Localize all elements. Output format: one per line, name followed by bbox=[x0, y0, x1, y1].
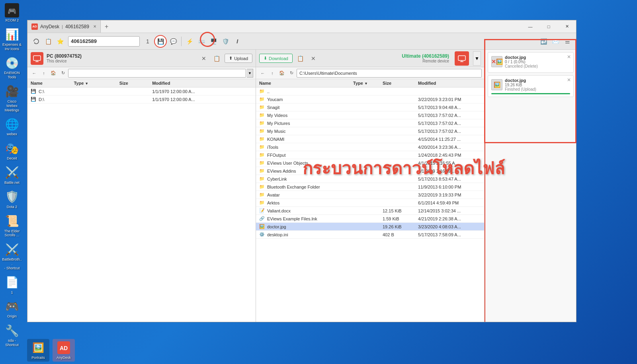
remote-nav-address[interactable]: C:\Users\Ultimate\Documents bbox=[297, 69, 482, 78]
toolbar-i-icon[interactable]: I bbox=[232, 36, 243, 47]
local-nav-up[interactable]: ↑ bbox=[39, 69, 48, 78]
remote-nav-home[interactable]: 🏠 bbox=[277, 69, 286, 78]
toolbar-monitor-icon[interactable]: 🖥️ bbox=[208, 36, 219, 47]
toolbar-lightning-icon[interactable]: ⚡ bbox=[184, 36, 195, 47]
tab-title: AnyDesk bbox=[40, 24, 59, 29]
toolbar-copy-icon[interactable]: 📋 bbox=[43, 36, 54, 47]
toolbar-chat-icon[interactable]: 💬 bbox=[168, 36, 179, 47]
remote-col-size[interactable]: Size bbox=[379, 79, 415, 88]
remote-file-row[interactable]: 📁 My Music 5/17/2013 7:57:02 A... bbox=[256, 127, 484, 135]
remote-file-row[interactable]: 🖼️ doctor.jpg 19.26 KiB 3/23/2020 4:08:0… bbox=[256, 223, 484, 231]
toolbar-history-icon[interactable]: ↩️ bbox=[538, 36, 549, 47]
remote-col-type[interactable]: Type ▼ bbox=[350, 79, 379, 88]
toolbar-shield-icon[interactable]: 🛡️ bbox=[220, 36, 231, 47]
desktop-icon-battlebro[interactable]: ⚔️ BattleBroth...- Shortcut bbox=[1, 241, 23, 272]
desktop-icon-portraits[interactable]: 🖼️ Portraits bbox=[27, 339, 49, 362]
anydesk-window: AD AnyDesk | 406162589 ✕ + — □ ✕ 📋 ⭐ 406… bbox=[27, 20, 576, 322]
desktop-icon-daemon[interactable]: 💿 DAEMONTools bbox=[1, 54, 23, 81]
toolbar-refresh-icon[interactable] bbox=[31, 36, 42, 47]
local-nav-dropdown[interactable]: ▼ bbox=[247, 69, 253, 78]
local-file-table: Name Type ▼ Size Modified 💾 C:\ 1/1/1970… bbox=[27, 79, 256, 322]
remote-nav-refresh[interactable]: ↻ bbox=[287, 69, 296, 78]
toolbar-keyboard-icon[interactable]: ⌨️ bbox=[196, 36, 207, 47]
local-col-type[interactable]: Type ▼ bbox=[70, 79, 116, 88]
tab-id: 406162589 bbox=[65, 24, 89, 29]
desktop-icon-expenses[interactable]: 📊 Expenses &Inv Icons bbox=[1, 26, 23, 53]
remote-col-modified[interactable]: Modified bbox=[415, 79, 484, 88]
local-file-row[interactable]: 💾 D:\ 1/1/1970 12:00:00 A... bbox=[27, 95, 256, 103]
desktop-icon-deceit[interactable]: 🎭 Deceit bbox=[1, 140, 23, 162]
local-nav-back[interactable]: ← bbox=[30, 69, 39, 78]
sda-label: sda -Shortcut bbox=[5, 339, 19, 347]
window-tab[interactable]: AD AnyDesk | 406162589 ✕ bbox=[27, 20, 101, 33]
toolbar-save-icon[interactable]: 💾 bbox=[154, 35, 167, 48]
remote-file-row[interactable]: 📁 Arktos 6/1/2014 4:59:49 PM bbox=[256, 199, 484, 207]
desktop-icon-battlenet[interactable]: ⚔️ Battle.net bbox=[1, 164, 23, 187]
remote-file-row[interactable]: 📁 Bluetooth Exchange Folder 11/9/2013 6:… bbox=[256, 183, 484, 191]
remote-panel-copy-icon[interactable]: 📋 bbox=[295, 53, 306, 64]
local-file-row[interactable]: 💾 C:\ 1/1/1970 12:00:00 A... bbox=[27, 88, 256, 95]
desktop-icon-origin[interactable]: 🎮 Origin bbox=[1, 298, 23, 320]
local-col-size[interactable]: Size bbox=[116, 79, 149, 88]
remote-file-row[interactable]: 📁 .. bbox=[256, 88, 484, 95]
remote-file-row[interactable]: 📁 EViews User Objects 4/1/2015 2:16:55 A… bbox=[256, 159, 484, 167]
remote-file-row[interactable]: 📁 My Videos 5/17/2013 7:57:02 A... bbox=[256, 111, 484, 119]
transfer-close-icon[interactable]: ✕ bbox=[567, 54, 571, 60]
desktop-icon-elderscrolls[interactable]: 📜 The ElderScrolls ... bbox=[1, 212, 23, 239]
desktop-icon-webex2[interactable]: 🌐 webex bbox=[1, 115, 23, 138]
remote-file-row[interactable]: 📁 My Pictures 5/17/2013 7:57:02 A... bbox=[256, 119, 484, 127]
tab-add-button[interactable]: + bbox=[101, 23, 112, 30]
local-nav-home[interactable]: 🏠 bbox=[49, 69, 58, 78]
upload-button[interactable]: ⬆ Upload bbox=[225, 54, 252, 63]
toolbar-mail-icon[interactable]: ✉️ bbox=[550, 36, 561, 47]
remote-file-row[interactable]: ⚙️ desktop.ini 402 B 5/17/2013 7:58:09 A… bbox=[256, 231, 484, 239]
local-panel-copy-icon[interactable]: 📋 bbox=[211, 53, 222, 64]
portraits-icon: 🖼️ bbox=[31, 341, 45, 355]
download-button[interactable]: ⬇ Download bbox=[259, 54, 293, 63]
remote-file-row[interactable]: 📁 Avatar 3/22/2019 3:19:33 PM bbox=[256, 191, 484, 199]
restore-button[interactable]: □ bbox=[539, 20, 558, 33]
local-col-modified[interactable]: Modified bbox=[149, 79, 256, 88]
local-device-info: PC (800974752) This device bbox=[47, 53, 82, 63]
desktop-icon-sda[interactable]: 🔧 sda -Shortcut bbox=[1, 322, 23, 349]
desktop-icon-anydesk-taskbar[interactable]: AD AnyDesk bbox=[53, 339, 75, 362]
remote-file-row[interactable]: 📝 Valiant.docx 12.15 KiB 12/14/2015 3:02… bbox=[256, 207, 484, 215]
remote-file-row[interactable]: 📁 Snagit 5/17/2013 9:04:48 A... bbox=[256, 103, 484, 111]
desktop-icon-file1[interactable]: 📄 1 bbox=[1, 274, 23, 296]
remote-nav-up[interactable]: ↑ bbox=[268, 69, 277, 78]
transfer-status: Finished (Upload) bbox=[505, 87, 536, 91]
minimize-button[interactable]: — bbox=[521, 20, 539, 33]
local-nav-refresh[interactable]: ↻ bbox=[59, 69, 67, 78]
address-bar[interactable]: 406162589 bbox=[68, 36, 140, 47]
desktop-icon-dota2[interactable]: 🛡️ Dota 2 bbox=[1, 188, 23, 211]
remote-panel-close[interactable]: ✕ bbox=[309, 55, 318, 62]
local-panel-header: PC (800974752) This device ✕ 📋 ⬆ Upload bbox=[27, 50, 256, 67]
local-panel-close[interactable]: ✕ bbox=[199, 55, 209, 62]
desktop-icon-webex[interactable]: 🎥 Cisco WebexMeetings bbox=[1, 83, 23, 114]
local-col-name[interactable]: Name bbox=[27, 79, 70, 88]
desktop-icon-xcom2[interactable]: 🎮 XCOM 2 bbox=[1, 2, 23, 24]
file1-label: 1 bbox=[11, 290, 13, 295]
remote-file-row[interactable]: 📁 EViews Addins 4/1/2019 2:16:59... bbox=[256, 167, 484, 175]
remote-col-name[interactable]: Name bbox=[256, 79, 350, 88]
transfer-file-details: doctor.jpg 19.26 KiB Finished (Upload) bbox=[505, 78, 536, 91]
remote-file-row[interactable]: 📁 KONAMI 4/15/2014 11:25:27 ... bbox=[256, 135, 484, 143]
remote-file-row[interactable]: 📁 iTools 4/20/2014 3:23:36 A... bbox=[256, 143, 484, 151]
remote-file-row[interactable]: 🔗 EViews Example Files.lnk 1.59 KiB 4/21… bbox=[256, 215, 484, 223]
webex2-icon: 🌐 bbox=[5, 117, 19, 131]
remote-file-row[interactable]: 📁 CyberLink 5/17/2013 8:53:47 A... bbox=[256, 175, 484, 183]
transfer-close-icon[interactable]: ✕ bbox=[567, 77, 571, 83]
remote-file-row[interactable]: 📁 FFOutput 1/24/2018 2:45:43 PM bbox=[256, 151, 484, 159]
remote-file-icon: 📁 bbox=[259, 97, 265, 102]
toolbar-num-icon[interactable]: 1 bbox=[142, 36, 153, 47]
transfer-progress-bar bbox=[491, 93, 570, 94]
remote-file-row[interactable]: 📁 Youcam 3/22/2019 3:23:01 PM bbox=[256, 95, 484, 103]
toolbar-menu-icon[interactable]: ☰ bbox=[562, 36, 573, 47]
remote-expand-btn[interactable]: ▼ bbox=[473, 51, 481, 66]
local-nav-address[interactable] bbox=[68, 69, 246, 78]
tab-close-icon[interactable]: ✕ bbox=[93, 24, 96, 29]
close-button[interactable]: ✕ bbox=[558, 20, 576, 33]
remote-nav-back[interactable]: ← bbox=[258, 69, 267, 78]
toolbar-star-icon[interactable]: ⭐ bbox=[55, 36, 66, 47]
toolbar: 📋 ⭐ 406162589 1 💾 💬 ⚡ ⌨️ 🖥️ 🛡️ I ↩️ ✉️ ☰ bbox=[27, 33, 576, 50]
